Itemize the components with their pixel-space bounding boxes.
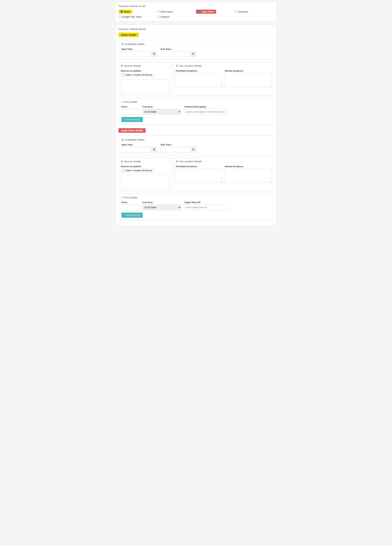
amazon-method-item: Amazon [157, 15, 196, 18]
stripe-currency-label: Currency: [142, 105, 181, 108]
stripe-price-label: Price: [122, 105, 139, 108]
calendar-icon-3: 📅 [153, 149, 156, 151]
stripe-availability-title: ⚙ Availability Details [122, 43, 270, 46]
stripe-end-time-input-wrapper: 📅 [161, 51, 196, 57]
gear-icon-3: ⚙ [121, 64, 123, 67]
apple-store-id-input[interactable] [185, 205, 228, 210]
gear-icon-4: ⚙ [176, 64, 178, 67]
stripe-desc-label: Product Description: [185, 105, 228, 108]
stripe-price-row: Price: 0.00 Currency: $ US Dollar Produc… [122, 105, 270, 115]
apple-geo-title: ⚙ Geo Location Details [176, 160, 271, 163]
apple-label: Apple Store [201, 10, 214, 13]
stripe-label: Stripe [124, 10, 130, 13]
apple-checkbox[interactable] [198, 11, 200, 13]
stripe-devices-list [121, 79, 169, 93]
apple-start-time-input[interactable] [122, 147, 151, 153]
stripe-start-time-calendar-button[interactable]: 📅 [151, 51, 157, 57]
apple-select-all-label: Select / Unselect All Devices [126, 169, 152, 172]
apple-end-time-label: End Time : [161, 143, 196, 146]
stripe-select-all-label: Select / Unselect All Devices [126, 74, 152, 76]
apple-denied-label: Denied locations: [225, 165, 271, 168]
stripe-price-input[interactable]: 0.00 [122, 109, 139, 115]
apple-denied-textarea[interactable] [225, 169, 271, 183]
stripe-end-time-label: End Time : [161, 48, 196, 50]
stripe-desc-group: Product Description: [185, 105, 228, 115]
stripe-price-group: Price: 0.00 [122, 105, 139, 115]
apple-select-all-checkbox[interactable] [123, 169, 125, 172]
apple-start-time-group: Start Time: 📅 [122, 143, 157, 153]
stripe-end-time-group: End Time : 📅 [161, 48, 196, 57]
stripe-denied-textarea[interactable] [225, 73, 271, 87]
stripe-badge[interactable]: Stripe [118, 10, 132, 14]
stripe-permitted-textarea[interactable] [176, 73, 222, 87]
stripe-add-currency-button[interactable]: + Add Currency [122, 117, 143, 122]
gear-icon-6: ⚙ [121, 160, 123, 163]
apple-availability-row: Start Time: 📅 End Time : 📅 [122, 143, 270, 153]
apple-method-item: Apple Store [196, 10, 235, 14]
vouchers-checkbox[interactable] [235, 11, 237, 13]
stripe-price-card: Price Details Price: 0.00 Currency: $ US… [118, 98, 274, 125]
stripe-select-all-checkbox[interactable] [123, 74, 125, 76]
stripe-permitted-col: Permitted locations: [176, 70, 222, 88]
apple-permitted-col: Permitted locations: [176, 165, 222, 183]
apple-store-id-label: Apple Store ID: [185, 201, 228, 204]
apple-badge[interactable]: Apple Store [196, 10, 216, 14]
apple-price-row: Price: 0.00 Currency: $ US Dollar Apple … [122, 201, 270, 210]
apple-currency-select[interactable]: $ US Dollar [142, 205, 181, 210]
stripe-devices-to-publish-label: Devices to publish: [121, 70, 169, 72]
apple-start-time-label: Start Time: [122, 143, 157, 146]
calendar-icon-4: 📅 [192, 149, 195, 151]
stripe-geo-title: ⚙ Geo Location Details [176, 64, 271, 67]
apple-price-title: Price Details [122, 196, 270, 199]
apple-end-time-calendar-button[interactable]: 📅 [190, 147, 196, 153]
apple-end-time-input-wrapper: 📅 [161, 147, 196, 153]
stripe-permitted-label: Permitted locations: [176, 70, 222, 72]
apple-price-group: Price: 0.00 [122, 201, 139, 210]
stripe-checkbox[interactable] [121, 11, 123, 13]
apple-add-currency-button[interactable]: + Add Currency [122, 213, 143, 218]
apple-devices-to-publish-label: Devices to publish: [121, 165, 169, 168]
stripe-start-time-input[interactable] [122, 51, 151, 57]
roku-method-item: Roku Store [157, 10, 196, 13]
apple-devices-list [121, 175, 169, 189]
apple-devices-group: Devices to publish: Select / Unselect Al… [121, 165, 169, 189]
stripe-currency-select[interactable]: $ US Dollar [142, 109, 181, 115]
stripe-currency-group: Currency: $ US Dollar [142, 105, 181, 115]
apple-denied-col: Denied locations: [225, 165, 271, 183]
calendar-icon: 📅 [153, 53, 156, 56]
roku-label: Roku Store [161, 10, 173, 13]
apple-price-label: Price: [122, 201, 139, 204]
roku-checkbox[interactable] [157, 11, 160, 13]
payment-details-title: Payment methods details [118, 28, 274, 31]
stripe-method-item: Stripe [118, 10, 157, 14]
apple-end-time-group: End Time : 📅 [161, 143, 196, 153]
amazon-label: Amazon [161, 15, 170, 18]
stripe-end-time-calendar-button[interactable]: 📅 [190, 51, 196, 57]
stripe-desc-input[interactable] [185, 109, 228, 115]
vouchers-label: Vouchers [238, 10, 248, 13]
apple-devices-geo-row: ⚙ Devices Details Devices to publish: Se… [118, 158, 274, 191]
stripe-devices-box: ⚙ Devices Details Devices to publish: Se… [118, 62, 171, 95]
apple-permitted-textarea[interactable] [176, 169, 222, 183]
payment-methods-section: Payment methods to use Stripe Roku Store… [116, 2, 276, 21]
vouchers-method-item: Vouchers [235, 10, 274, 13]
stripe-price-title: Price Details [122, 101, 270, 103]
gear-icon-7: ⚙ [176, 160, 178, 163]
google-method-item: Google Play Store [118, 15, 157, 18]
apple-currency-label: Currency: [142, 201, 181, 204]
apple-geo-inner-row: Permitted locations: Denied locations: [176, 165, 271, 183]
calendar-icon-2: 📅 [192, 53, 195, 56]
stripe-start-time-group: Start Time: 📅 [122, 48, 157, 57]
stripe-devices-geo-row: ⚙ Devices Details Devices to publish: Se… [118, 62, 274, 95]
amazon-checkbox[interactable] [157, 16, 160, 18]
stripe-end-time-input[interactable] [161, 51, 190, 57]
apple-end-time-input[interactable] [161, 147, 190, 153]
payment-methods-grid: Stripe Roku Store Apple Store Vouchers G… [118, 10, 274, 18]
apple-price-input[interactable]: 0.00 [122, 205, 139, 210]
google-checkbox[interactable] [118, 16, 121, 18]
apple-start-time-calendar-button[interactable]: 📅 [151, 147, 157, 153]
payment-details-section: Payment methods details Stripe details ⚙… [116, 25, 276, 226]
stripe-select-all-button[interactable]: Select / Unselect All Devices [121, 73, 154, 77]
payment-methods-title: Payment methods to use [118, 5, 274, 7]
apple-select-all-button[interactable]: Select / Unselect All Devices [121, 169, 154, 172]
